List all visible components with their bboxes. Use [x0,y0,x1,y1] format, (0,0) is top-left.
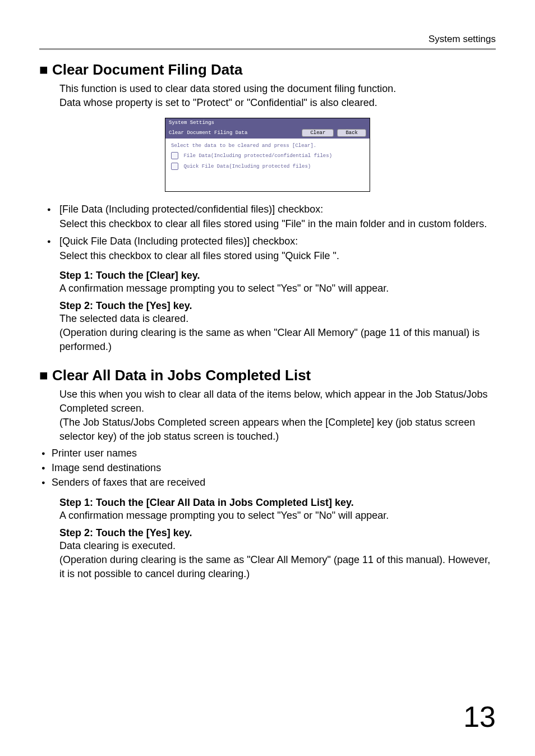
bullet2-body: Select this checkbox to clear all files … [59,250,339,261]
ss-instruction: Select the data to be cleared and press … [171,143,364,149]
bullet-quick-file: [Quick File Data (Including protected fi… [39,234,496,263]
bullet2-title: [Quick File Data (Including protected fi… [59,236,298,247]
embedded-screenshot: System Settings Clear Document Filing Da… [165,118,370,192]
s1-step2-body1: The selected data is cleared. [59,312,496,326]
section1-title: ■ Clear Document Filing Data [39,61,496,79]
ss-back-button[interactable]: Back [337,129,366,137]
section1-intro1: This function is used to clear data stor… [59,82,496,96]
s2-step2-body1: Data clearing is executed. [59,539,496,553]
section1-intro2: Data whose property is set to "Protect" … [59,96,496,110]
bullet-image-send-dest: Image send destinations [39,460,496,475]
s2-step1-title: Step 1: Touch the [Clear All Data in Job… [59,497,496,509]
ss-checkbox-file-data[interactable] [171,152,178,159]
bullet-senders-faxes: Senders of faxes that are received [39,475,496,490]
page-number: 13 [463,700,496,734]
ss-checkbox-quick-file[interactable] [171,163,178,170]
ss-bar-label: Clear Document Filing Data [169,130,298,136]
header-right: System settings [39,34,496,45]
section2-intro1: Use this when you wish to clear all data… [59,388,496,416]
s2-step2-title: Step 2: Touch the [Yes] key. [59,527,496,539]
s1-step2-body2: (Operation during clearing is the same a… [59,326,496,354]
s2-step1-body: A confirmation message prompting you to … [59,509,496,523]
ss-check1-label: File Data(Including protected/confidenti… [183,153,332,159]
ss-clear-button[interactable]: Clear [302,129,334,137]
section2-intro2: (The Job Status/Jobs Completed screen ap… [59,416,496,444]
bullet-printer-user-names: Printer user names [39,446,496,460]
header-divider [39,48,496,50]
s1-step1-title: Step 1: Touch the [Clear] key. [59,270,496,282]
s1-step2-title: Step 2: Touch the [Yes] key. [59,300,496,312]
ss-check2-label: Quick File Data(Including protected file… [183,164,311,169]
s2-step2-body2: (Operation during clearing is the same a… [59,553,496,581]
bullet-file-data: [File Data (Including protected/confiden… [39,202,496,231]
section2-title: ■ Clear All Data in Jobs Completed List [39,367,496,384]
bullet1-body: Select this checkbox to clear all files … [59,218,487,229]
s1-step1-body: A confirmation message prompting you to … [59,282,496,296]
ss-system-settings-title: System Settings [165,118,370,127]
bullet1-title: [File Data (Including protected/confiden… [59,204,323,215]
